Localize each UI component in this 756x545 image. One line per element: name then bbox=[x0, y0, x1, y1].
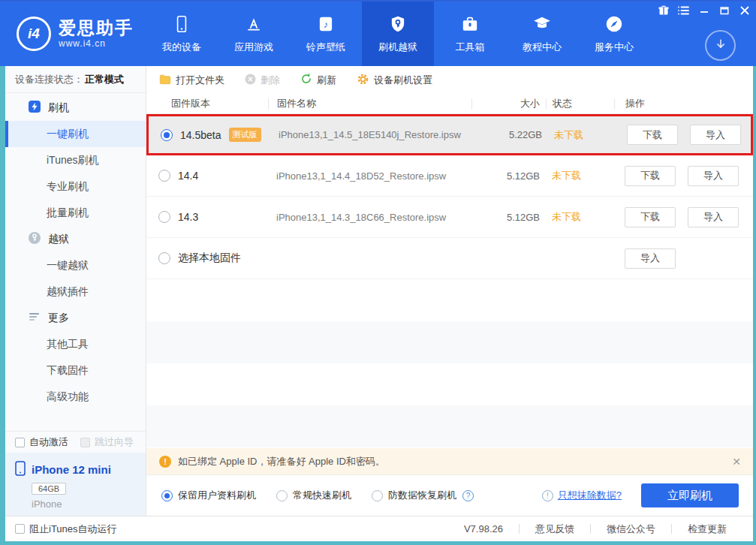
sidebar-group-jailbreak[interactable]: 越狱 bbox=[5, 226, 146, 252]
block-itunes-label: 阻止iTunes自动运行 bbox=[29, 522, 117, 536]
refresh-label: 刷新 bbox=[317, 74, 336, 87]
compass-icon bbox=[604, 14, 624, 34]
gift-icon[interactable] bbox=[657, 5, 670, 16]
firmware-toolbar: 打开文件夹 删除 刷新 bbox=[146, 66, 753, 94]
notice-close-icon[interactable]: ✕ bbox=[732, 456, 741, 468]
wechat-link[interactable]: 微信公众号 bbox=[591, 522, 671, 536]
nav-toolbox[interactable]: 工具箱 bbox=[434, 2, 506, 66]
check-update-link[interactable]: 检查更新 bbox=[672, 522, 742, 536]
feedback-link[interactable]: 意见反馈 bbox=[520, 522, 590, 536]
sidebar-item-one-click-flash[interactable]: 一键刷机 bbox=[5, 121, 146, 147]
device-flash-settings-button[interactable]: 设备刷机设置 bbox=[357, 73, 432, 88]
nav-ringtones-wallpapers[interactable]: ♪ 铃声壁纸 bbox=[290, 2, 362, 66]
refresh-button[interactable]: 刷新 bbox=[300, 73, 336, 87]
main-nav: 我的设备 应用游戏 ♪ 铃声壁纸 刷机越狱 bbox=[146, 2, 650, 66]
block-itunes-checkbox[interactable]: 阻止iTunes自动运行 bbox=[15, 522, 117, 536]
sidebar-item-label: 专业刷机 bbox=[47, 180, 89, 194]
delete-label: 删除 bbox=[261, 74, 280, 87]
download-firmware-button[interactable]: 下载 bbox=[625, 166, 676, 186]
column-firmware-name: 固件名称 bbox=[268, 98, 471, 110]
nav-label: 应用游戏 bbox=[234, 41, 273, 54]
download-manager-button[interactable] bbox=[705, 30, 736, 61]
radio-keep-user-data[interactable]: 保留用户资料刷机 bbox=[161, 489, 256, 502]
sidebar-item-itunes-flash[interactable]: iTunes刷机 bbox=[5, 147, 146, 173]
sidebar-item-label: 下载固件 bbox=[47, 364, 89, 378]
ringtone-icon: ♪ bbox=[316, 14, 336, 34]
import-firmware-button[interactable]: 导入 bbox=[688, 166, 739, 186]
firmware-radio[interactable] bbox=[158, 252, 170, 264]
beta-badge: 测试版 bbox=[229, 128, 261, 142]
sidebar-item-label: iTunes刷机 bbox=[47, 154, 99, 167]
info-icon: ! bbox=[542, 490, 553, 501]
sidebar-item-advanced-features[interactable]: 高级功能 bbox=[5, 384, 146, 410]
help-icon[interactable]: ? bbox=[462, 490, 474, 501]
refresh-icon bbox=[300, 73, 312, 87]
sidebar-item-jailbreak-plugins[interactable]: 越狱插件 bbox=[5, 279, 146, 305]
jailbreak-key-icon bbox=[28, 231, 41, 247]
gear-icon bbox=[357, 73, 369, 88]
nav-apps-games[interactable]: 应用游戏 bbox=[218, 2, 290, 66]
radio-normal-fast-flash[interactable]: 常规快速刷机 bbox=[276, 489, 351, 502]
firmware-row-local[interactable]: 选择本地固件 导入 bbox=[146, 238, 753, 279]
main-panel: 打开文件夹 删除 刷新 bbox=[146, 66, 753, 516]
sidebar: 设备连接状态： 正常模式 刷机 一键刷机 iTunes刷机 专业刷机 批量刷机 bbox=[5, 66, 146, 516]
sidebar-group-flash[interactable]: 刷机 bbox=[5, 95, 146, 121]
import-firmware-button[interactable]: 导入 bbox=[690, 125, 741, 145]
firmware-status: 未下载 bbox=[546, 169, 614, 182]
firmware-row-14-3[interactable]: 14.3 iPhone13,1_14.3_18C66_Restore.ipsw … bbox=[146, 197, 753, 238]
apple-id-notice: ! 如已绑定 Apple ID，请准备好 Apple ID和密码。 ✕ bbox=[146, 448, 753, 474]
column-actions: 操作 bbox=[614, 98, 753, 110]
minimize-button[interactable] bbox=[697, 5, 710, 16]
column-firmware-version: 固件版本 bbox=[146, 97, 268, 110]
flash-now-button[interactable]: 立即刷机 bbox=[641, 483, 739, 507]
download-firmware-button[interactable]: 下载 bbox=[625, 207, 676, 227]
delete-button: 删除 bbox=[245, 74, 280, 87]
sidebar-item-pro-flash[interactable]: 专业刷机 bbox=[5, 173, 146, 200]
firmware-radio[interactable] bbox=[158, 170, 170, 182]
logo-icon: i4 bbox=[17, 17, 51, 51]
erase-data-link[interactable]: 只想抹除数据? bbox=[558, 489, 622, 502]
auto-activate-checkbox[interactable]: 自动激活 bbox=[15, 435, 68, 449]
sidebar-item-one-click-jailbreak[interactable]: 一键越狱 bbox=[5, 252, 146, 279]
firmware-row-14-4[interactable]: 14.4 iPhone13,1_14.4_18D52_Restore.ipsw … bbox=[146, 155, 753, 197]
firmware-radio[interactable] bbox=[158, 211, 170, 223]
nav-service-center[interactable]: 服务中心 bbox=[578, 2, 650, 66]
sidebar-group-more[interactable]: 更多 bbox=[5, 305, 146, 331]
nav-tutorials[interactable]: 教程中心 bbox=[506, 2, 578, 66]
firmware-table-header: 固件版本 固件名称 大小 状态 操作 bbox=[146, 94, 753, 114]
sidebar-item-other-tools[interactable]: 其他工具 bbox=[5, 331, 146, 357]
app-logo: i4 爱思助手 www.i4.cn bbox=[0, 2, 134, 66]
import-firmware-button[interactable]: 导入 bbox=[625, 248, 676, 269]
warning-icon: ! bbox=[159, 456, 171, 468]
nav-flash-jailbreak[interactable]: 刷机越狱 bbox=[362, 2, 434, 66]
graduation-cap-icon bbox=[532, 14, 552, 34]
folder-icon bbox=[159, 74, 171, 87]
sidebar-item-label: 其他工具 bbox=[47, 338, 89, 351]
firmware-version: 14.4 bbox=[178, 170, 198, 182]
window-frame: 设备连接状态： 正常模式 刷机 一键刷机 iTunes刷机 专业刷机 批量刷机 bbox=[0, 66, 756, 545]
sidebar-item-batch-flash[interactable]: 批量刷机 bbox=[5, 200, 146, 226]
column-status: 状态 bbox=[546, 98, 614, 110]
sidebar-group-label: 越狱 bbox=[48, 233, 69, 246]
download-firmware-button[interactable]: 下载 bbox=[627, 125, 678, 145]
maximize-button[interactable] bbox=[718, 5, 730, 16]
menu-list-icon[interactable] bbox=[677, 5, 690, 16]
firmware-radio-selected[interactable] bbox=[161, 129, 173, 141]
close-button[interactable] bbox=[738, 5, 751, 16]
device-phone-icon bbox=[15, 461, 26, 478]
brand-url: www.i4.cn bbox=[59, 38, 134, 49]
device-connection-status: 设备连接状态： 正常模式 bbox=[5, 66, 146, 93]
radio-anti-data-recovery[interactable]: 防数据恢复刷机 ? bbox=[372, 489, 474, 502]
sidebar-item-download-firmware[interactable]: 下载固件 bbox=[5, 357, 146, 384]
nav-label: 服务中心 bbox=[595, 41, 634, 54]
local-firmware-label: 选择本地固件 bbox=[178, 251, 241, 265]
more-lines-icon bbox=[28, 310, 41, 326]
open-folder-button[interactable]: 打开文件夹 bbox=[159, 74, 224, 87]
auto-activate-label: 自动激活 bbox=[29, 435, 68, 449]
column-size: 大小 bbox=[471, 98, 546, 110]
firmware-row-14-5beta[interactable]: 14.5beta 测试版 iPhone13,1_14.5_18E5140j_Re… bbox=[146, 114, 753, 155]
nav-my-devices[interactable]: 我的设备 bbox=[146, 2, 218, 66]
import-firmware-button[interactable]: 导入 bbox=[688, 207, 739, 227]
nav-label: 刷机越狱 bbox=[378, 41, 417, 54]
device-capacity-badge: 64GB bbox=[32, 483, 66, 495]
